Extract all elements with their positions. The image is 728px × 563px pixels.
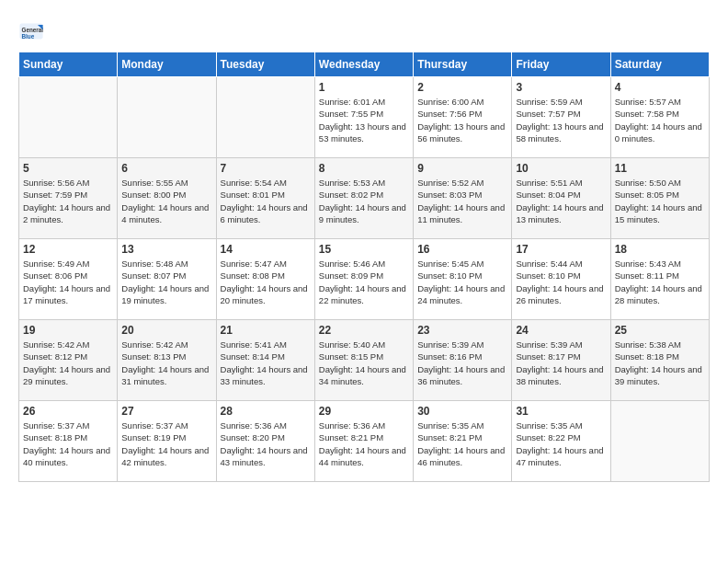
- day-info: Sunrise: 5:52 AMSunset: 8:03 PMDaylight:…: [417, 177, 507, 225]
- day-info: Sunrise: 5:37 AMSunset: 8:19 PMDaylight:…: [121, 419, 211, 468]
- calendar-cell: 30Sunrise: 5:35 AMSunset: 8:21 PMDayligh…: [414, 401, 512, 482]
- calendar-cell: 14Sunrise: 5:47 AMSunset: 8:08 PMDayligh…: [216, 239, 314, 320]
- calendar-week-row: 19Sunrise: 5:42 AMSunset: 8:12 PMDayligh…: [19, 320, 710, 401]
- calendar-cell: 8Sunrise: 5:53 AMSunset: 8:02 PMDaylight…: [314, 158, 413, 239]
- weekday-header-saturday: Saturday: [610, 52, 709, 77]
- day-number: 11: [615, 162, 705, 175]
- calendar-cell: 11Sunrise: 5:50 AMSunset: 8:05 PMDayligh…: [610, 158, 709, 239]
- calendar-cell: 21Sunrise: 5:41 AMSunset: 8:14 PMDayligh…: [216, 320, 314, 401]
- day-number: 24: [516, 324, 606, 337]
- day-info: Sunrise: 5:36 AMSunset: 8:21 PMDaylight:…: [319, 419, 409, 468]
- calendar-cell: 19Sunrise: 5:42 AMSunset: 8:12 PMDayligh…: [19, 320, 118, 401]
- day-info: Sunrise: 5:41 AMSunset: 8:14 PMDaylight:…: [221, 339, 311, 387]
- weekday-header-tuesday: Tuesday: [216, 52, 314, 77]
- day-info: Sunrise: 5:51 AMSunset: 8:04 PMDaylight:…: [516, 177, 606, 225]
- day-number: 2: [417, 81, 507, 94]
- day-info: Sunrise: 5:37 AMSunset: 8:18 PMDaylight:…: [23, 419, 113, 468]
- svg-text:Blue: Blue: [22, 33, 35, 40]
- calendar-cell: 18Sunrise: 5:43 AMSunset: 8:11 PMDayligh…: [610, 239, 709, 320]
- day-number: 27: [121, 405, 211, 418]
- day-number: 31: [516, 405, 606, 418]
- calendar-cell: 9Sunrise: 5:52 AMSunset: 8:03 PMDaylight…: [414, 158, 512, 239]
- day-number: 20: [121, 324, 211, 337]
- day-number: 29: [319, 405, 409, 418]
- day-info: Sunrise: 5:35 AMSunset: 8:21 PMDaylight:…: [417, 419, 507, 468]
- day-number: 6: [121, 162, 211, 175]
- calendar-cell: 6Sunrise: 5:55 AMSunset: 8:00 PMDaylight…: [118, 158, 216, 239]
- calendar-cell: 20Sunrise: 5:42 AMSunset: 8:13 PMDayligh…: [118, 320, 216, 401]
- calendar-cell: 17Sunrise: 5:44 AMSunset: 8:10 PMDayligh…: [512, 239, 610, 320]
- calendar-cell: 1Sunrise: 6:01 AMSunset: 7:55 PMDaylight…: [314, 77, 413, 158]
- day-number: 10: [516, 162, 606, 175]
- day-number: 3: [516, 81, 606, 94]
- calendar-cell: 27Sunrise: 5:37 AMSunset: 8:19 PMDayligh…: [118, 401, 216, 482]
- day-number: 22: [319, 324, 409, 337]
- logo-icon: General Blue: [18, 18, 44, 44]
- day-info: Sunrise: 6:01 AMSunset: 7:55 PMDaylight:…: [319, 96, 409, 144]
- calendar-cell: 25Sunrise: 5:38 AMSunset: 8:18 PMDayligh…: [610, 320, 709, 401]
- day-info: Sunrise: 5:42 AMSunset: 8:12 PMDaylight:…: [23, 339, 113, 387]
- day-number: 18: [615, 243, 705, 256]
- calendar-cell: 31Sunrise: 5:35 AMSunset: 8:22 PMDayligh…: [512, 401, 610, 482]
- calendar-cell: 15Sunrise: 5:46 AMSunset: 8:09 PMDayligh…: [314, 239, 413, 320]
- day-info: Sunrise: 5:36 AMSunset: 8:20 PMDaylight:…: [221, 419, 311, 468]
- day-number: 5: [23, 162, 113, 175]
- day-info: Sunrise: 5:44 AMSunset: 8:10 PMDaylight:…: [516, 258, 606, 306]
- day-number: 19: [23, 324, 113, 337]
- calendar-cell: 5Sunrise: 5:56 AMSunset: 7:59 PMDaylight…: [19, 158, 118, 239]
- day-info: Sunrise: 5:46 AMSunset: 8:09 PMDaylight:…: [319, 258, 409, 306]
- calendar-cell: 10Sunrise: 5:51 AMSunset: 8:04 PMDayligh…: [512, 158, 610, 239]
- day-info: Sunrise: 5:50 AMSunset: 8:05 PMDaylight:…: [615, 177, 705, 225]
- day-number: 28: [221, 405, 311, 418]
- calendar-cell: 23Sunrise: 5:39 AMSunset: 8:16 PMDayligh…: [414, 320, 512, 401]
- calendar-cell: 3Sunrise: 5:59 AMSunset: 7:57 PMDaylight…: [512, 77, 610, 158]
- calendar-cell: [19, 77, 118, 158]
- day-info: Sunrise: 5:47 AMSunset: 8:08 PMDaylight:…: [221, 258, 311, 306]
- day-number: 23: [417, 324, 507, 337]
- calendar-table: SundayMondayTuesdayWednesdayThursdayFrid…: [18, 52, 710, 482]
- day-info: Sunrise: 5:49 AMSunset: 8:06 PMDaylight:…: [23, 258, 113, 306]
- calendar-cell: 4Sunrise: 5:57 AMSunset: 7:58 PMDaylight…: [610, 77, 709, 158]
- calendar-cell: 28Sunrise: 5:36 AMSunset: 8:20 PMDayligh…: [216, 401, 314, 482]
- day-number: 1: [319, 81, 409, 94]
- day-info: Sunrise: 5:57 AMSunset: 7:58 PMDaylight:…: [615, 96, 705, 144]
- logo: General Blue: [18, 18, 44, 44]
- weekday-header-row: SundayMondayTuesdayWednesdayThursdayFrid…: [19, 52, 710, 77]
- day-number: 16: [417, 243, 507, 256]
- calendar-cell: 24Sunrise: 5:39 AMSunset: 8:17 PMDayligh…: [512, 320, 610, 401]
- day-number: 4: [615, 81, 705, 94]
- day-number: 15: [319, 243, 409, 256]
- calendar-cell: 12Sunrise: 5:49 AMSunset: 8:06 PMDayligh…: [19, 239, 118, 320]
- day-number: 17: [516, 243, 606, 256]
- day-info: Sunrise: 5:42 AMSunset: 8:13 PMDaylight:…: [121, 339, 211, 387]
- calendar-cell: 16Sunrise: 5:45 AMSunset: 8:10 PMDayligh…: [414, 239, 512, 320]
- calendar-cell: 22Sunrise: 5:40 AMSunset: 8:15 PMDayligh…: [314, 320, 413, 401]
- calendar-week-row: 1Sunrise: 6:01 AMSunset: 7:55 PMDaylight…: [19, 77, 710, 158]
- day-info: Sunrise: 5:55 AMSunset: 8:00 PMDaylight:…: [121, 177, 211, 225]
- day-number: 25: [615, 324, 705, 337]
- day-info: Sunrise: 5:39 AMSunset: 8:16 PMDaylight:…: [417, 339, 507, 387]
- calendar-cell: 29Sunrise: 5:36 AMSunset: 8:21 PMDayligh…: [314, 401, 413, 482]
- day-number: 26: [23, 405, 113, 418]
- day-info: Sunrise: 5:38 AMSunset: 8:18 PMDaylight:…: [615, 339, 705, 387]
- day-info: Sunrise: 5:48 AMSunset: 8:07 PMDaylight:…: [121, 258, 211, 306]
- page-header: General Blue: [18, 18, 710, 44]
- day-info: Sunrise: 5:54 AMSunset: 8:01 PMDaylight:…: [221, 177, 311, 225]
- day-info: Sunrise: 5:56 AMSunset: 7:59 PMDaylight:…: [23, 177, 113, 225]
- weekday-header-monday: Monday: [118, 52, 216, 77]
- calendar-cell: 7Sunrise: 5:54 AMSunset: 8:01 PMDaylight…: [216, 158, 314, 239]
- day-info: Sunrise: 5:53 AMSunset: 8:02 PMDaylight:…: [319, 177, 409, 225]
- calendar-cell: [118, 77, 216, 158]
- day-number: 21: [221, 324, 311, 337]
- weekday-header-sunday: Sunday: [19, 52, 118, 77]
- day-info: Sunrise: 5:39 AMSunset: 8:17 PMDaylight:…: [516, 339, 606, 387]
- day-number: 7: [221, 162, 311, 175]
- day-info: Sunrise: 5:45 AMSunset: 8:10 PMDaylight:…: [417, 258, 507, 306]
- calendar-week-row: 12Sunrise: 5:49 AMSunset: 8:06 PMDayligh…: [19, 239, 710, 320]
- calendar-cell: 2Sunrise: 6:00 AMSunset: 7:56 PMDaylight…: [414, 77, 512, 158]
- day-info: Sunrise: 5:35 AMSunset: 8:22 PMDaylight:…: [516, 419, 606, 468]
- calendar-week-row: 26Sunrise: 5:37 AMSunset: 8:18 PMDayligh…: [19, 401, 710, 482]
- day-info: Sunrise: 5:40 AMSunset: 8:15 PMDaylight:…: [319, 339, 409, 387]
- day-number: 14: [221, 243, 311, 256]
- weekday-header-wednesday: Wednesday: [314, 52, 413, 77]
